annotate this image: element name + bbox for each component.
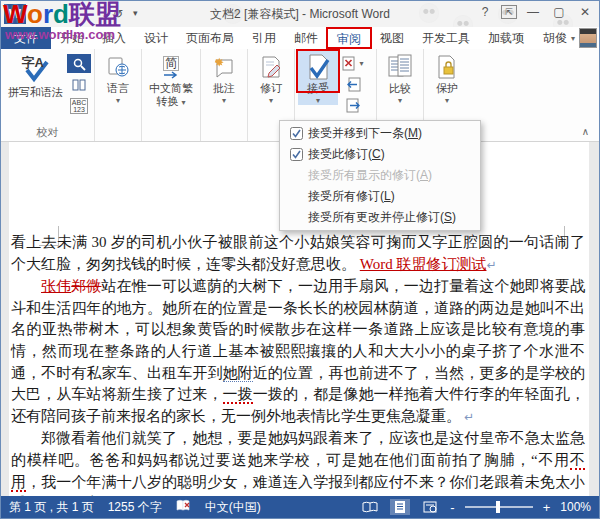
maximize-button[interactable]: ▢: [549, 3, 569, 21]
research-button[interactable]: [67, 54, 91, 73]
previous-change-button[interactable]: [341, 75, 365, 94]
document-text[interactable]: 看上去未满 30 岁的司机小伙子被眼前这个小姑娘笑容可掬而又字正腔圆的一句话闹了…: [11, 232, 585, 496]
minimize-button[interactable]: —: [523, 3, 543, 21]
close-button[interactable]: ✕: [575, 3, 595, 21]
track-changes-label: 修订: [260, 82, 282, 95]
spelling-grammar-label: 拼写和语法: [8, 86, 63, 99]
tab-addins[interactable]: 加载项: [479, 27, 533, 49]
accept-check-icon: [284, 148, 308, 161]
chevron-down-icon: ▾: [359, 59, 363, 68]
new-comment-label: 批注: [213, 82, 235, 95]
title-bar: W ↺ ▾ 文档2 [兼容模式] - Microsoft Word ? ⇱ — …: [1, 1, 599, 27]
abc-label: ABC: [72, 99, 86, 106]
page-indicator[interactable]: 第 1 页 , 共 1 页: [9, 499, 94, 516]
tab-review-label: 审阅: [337, 32, 361, 46]
print-layout-button[interactable]: [390, 499, 410, 515]
tab-review[interactable]: 审阅: [327, 27, 371, 49]
status-bar: 第 1 页 , 共 1 页 1255 个字 中文(中国) - + 100%: [1, 496, 599, 518]
thesaurus-button[interactable]: [67, 75, 91, 94]
chevron-down-icon: ▾: [316, 96, 320, 105]
language-icon: [105, 54, 131, 80]
zoom-out-button[interactable]: -: [450, 500, 454, 515]
zoom-slider-thumb[interactable]: [496, 501, 500, 513]
track-changes-icon: [258, 54, 284, 80]
next-change-button[interactable]: [341, 96, 365, 115]
language-button[interactable]: 语言 ▾: [98, 51, 138, 105]
language-label: 语言: [107, 82, 129, 95]
tab-mailings[interactable]: 邮件: [285, 27, 327, 49]
chevron-down-icon: ▾: [571, 34, 575, 43]
accept-label: 接受: [307, 82, 329, 95]
paragraph: 张伟郑微站在惟一可以遮荫的大树下，一边用手扇风，一边打量着这个她即将要战斗和生活…: [11, 276, 585, 428]
spelling-grammar-icon: 字A: [21, 54, 51, 84]
paragraph: 郑微看着他们就笑了，她想，要是她妈妈跟着来了，应该也是这付皇帝不急太监急的模样吧…: [11, 428, 585, 496]
tab-file[interactable]: 文件: [1, 27, 51, 49]
language-indicator[interactable]: 中文(中国): [205, 499, 261, 516]
word-count-button[interactable]: ABC123: [67, 96, 91, 115]
zoom-in-button[interactable]: +: [543, 500, 551, 515]
chevron-down-icon: ▾: [116, 96, 120, 105]
menu-item-accept-all-revisions[interactable]: 接受所有修订(L): [280, 186, 480, 207]
tab-home[interactable]: 开始: [51, 27, 93, 49]
accept-dropdown-menu: 接受并移到下一条(M) 接受此修订(C) 接受所有显示的修订(A) 接受所有修订…: [279, 120, 481, 231]
tracked-deletion: 郑微: [71, 278, 101, 294]
reject-button[interactable]: ▾: [341, 54, 365, 73]
tab-references[interactable]: 引用: [243, 27, 285, 49]
pilcrow-mark: ↵: [486, 258, 496, 272]
group-language: 语言 ▾: [95, 49, 142, 141]
group-comments: 批注 ▾: [201, 49, 248, 141]
web-layout-button[interactable]: [420, 499, 440, 515]
tab-view[interactable]: 视图: [371, 27, 413, 49]
spellcheck-flagged-text: 一拨: [223, 386, 253, 404]
chevron-down-icon: ▾: [222, 96, 226, 105]
read-mode-button[interactable]: [360, 499, 380, 515]
help-button[interactable]: ?: [475, 3, 495, 21]
group-proofing: 字A 拼写和语法 ABC123 校对: [1, 49, 95, 141]
menu-item-accept-this-revision[interactable]: 接受此修订(C): [280, 144, 480, 165]
protect-icon: [434, 54, 460, 80]
new-comment-icon: [211, 54, 237, 80]
compare-label: 比较: [389, 82, 411, 95]
user-name: 胡俊: [543, 30, 567, 47]
chevron-down-icon: ▾: [269, 96, 273, 105]
compare-button[interactable]: 比较 ▾: [380, 51, 420, 105]
menu-item-accept-all-shown: 接受所有显示的修订(A): [280, 165, 480, 186]
tab-developer[interactable]: 开发工具: [413, 27, 479, 49]
zoom-slider[interactable]: [465, 506, 533, 508]
paragraph: 看上去未满 30 岁的司机小伙子被眼前这个小姑娘笑容可掬而又字正腔圆的一句话闹了…: [11, 232, 585, 276]
chinese-conversion-icon: 简: [158, 54, 184, 80]
menu-item-accept-all-and-stop-tracking[interactable]: 接受所有更改并停止修订(S): [280, 207, 480, 228]
window-controls: ? ⇱ — ▢ ✕: [475, 3, 595, 21]
tab-insert[interactable]: 插入: [93, 27, 135, 49]
protect-button[interactable]: 保护 ▾: [427, 51, 467, 105]
tab-design[interactable]: 设计: [135, 27, 177, 49]
collapse-ribbon-button[interactable]: ∧: [582, 126, 589, 137]
proofing-status-icon[interactable]: [176, 499, 191, 515]
pilcrow-mark: ↵: [461, 410, 474, 424]
user-avatar: [579, 28, 597, 48]
tab-page-layout[interactable]: 页面布局: [177, 27, 243, 49]
word-count-indicator[interactable]: 1255 个字: [108, 499, 162, 516]
ribbon-display-options-button[interactable]: ⇱: [501, 5, 517, 19]
accept-button[interactable]: 接受 ▾: [298, 51, 338, 105]
format-changed-text: 她附: [223, 365, 253, 382]
group-label-proofing: 校对: [4, 125, 91, 141]
group-chinese-conversion: 简 中文简繁转换 ▾: [142, 49, 201, 141]
num-label: 123: [73, 106, 85, 113]
tracked-insertion: 张伟: [41, 278, 71, 294]
accept-icon: [305, 54, 331, 80]
account-menu[interactable]: 胡俊 ▾: [543, 27, 599, 49]
menu-item-accept-and-move-next[interactable]: 接受并移到下一条(M): [280, 123, 480, 144]
track-changes-button[interactable]: 修订 ▾: [251, 51, 291, 105]
compare-icon: [387, 54, 413, 80]
protect-label: 保护: [436, 82, 458, 95]
zoom-level[interactable]: 100%: [560, 500, 591, 514]
tracked-insertion: Word 联盟修订测试: [360, 256, 487, 272]
accept-check-icon: [284, 127, 308, 140]
chinese-conversion-label: 中文简繁转换 ▾: [149, 82, 193, 109]
spelling-grammar-button[interactable]: 字A 拼写和语法: [4, 51, 67, 99]
new-comment-button[interactable]: 批注 ▾: [204, 51, 244, 105]
ribbon-tab-bar: 文件 开始 插入 设计 页面布局 引用 邮件 审阅 视图 开发工具 加载项 胡俊…: [1, 27, 599, 49]
chevron-down-icon: ▾: [445, 96, 449, 105]
chinese-conversion-button[interactable]: 简 中文简繁转换 ▾: [145, 51, 197, 109]
